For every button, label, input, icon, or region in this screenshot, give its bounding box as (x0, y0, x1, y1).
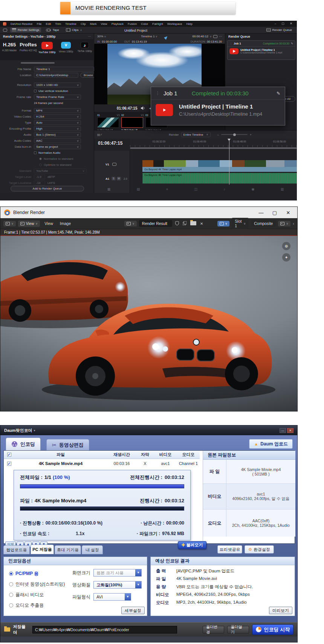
radio-audio-extract[interactable]: 오디오 추출용 (9, 602, 44, 609)
clean-feed-icon[interactable] (3, 29, 7, 32)
timeline-scrollbar[interactable] (130, 147, 297, 149)
resolution-select[interactable]: 1920 x 1080 HD∨ (34, 83, 81, 87)
menu-view[interactable]: View (42, 221, 55, 226)
menu-color[interactable]: Color (141, 22, 148, 26)
timecode-dropdown-icon[interactable]: ∨ (210, 35, 212, 38)
title-menu-arrow-icon[interactable]: ▾ (34, 429, 35, 432)
start-encoding-button[interactable]: 인코딩 시작 (252, 624, 293, 635)
preset-youtube[interactable]: YouTube 1080p (38, 42, 56, 54)
preset-h265[interactable]: H.265 H.265 Master (0, 42, 18, 52)
menu-trim[interactable]: Trim (55, 22, 61, 26)
tool-icon-meter[interactable]: ▥ (281, 187, 284, 191)
pan-hand-icon[interactable]: ✦ (282, 253, 290, 262)
tool-icon-fader[interactable]: ◫ (194, 187, 197, 191)
image-datablock-button[interactable]: ∨ (124, 221, 137, 226)
tab-encoding[interactable]: 인코딩 (6, 437, 41, 450)
render-queue-toggle-button[interactable]: Render Queue (264, 28, 294, 32)
select-all-checkbox[interactable]: ✓ (7, 453, 11, 457)
load-file-button[interactable]: ✚ 불러오기 (178, 541, 206, 549)
preset-scrollbar[interactable] (21, 62, 55, 64)
tool-icon-mixer[interactable]: ≡ (166, 187, 168, 191)
target-loudness-input[interactable]: -14 (34, 181, 45, 185)
open-folder-button[interactable]: 폴더열기 (227, 626, 249, 633)
slot-select[interactable]: Slot 1∨ (232, 218, 249, 229)
tool-icon-film[interactable]: ▤ (137, 187, 140, 191)
close-button[interactable]: ✕ (283, 210, 293, 216)
audio-clip-waveform[interactable]: Go Beyond 4K Time Lapse.mp4 (142, 173, 297, 184)
track-v1-enable-icon[interactable] (112, 163, 116, 166)
change-folder-button[interactable]: 폴더변경 (203, 626, 224, 633)
mute-button[interactable]: M (117, 177, 121, 181)
video-clip-bar[interactable]: Go Beyond 4K Time Lapse.mp4 (142, 167, 297, 172)
daum-upload-button[interactable]: ▲ Daum 업로드 (249, 439, 293, 449)
zoom-out-icon[interactable]: – (217, 133, 219, 136)
tab-video-edit[interactable]: ✂ 동영상편집 (46, 439, 89, 450)
speaker-icon[interactable] (141, 106, 145, 110)
preset-share-button[interactable]: 프리셋공유 (217, 545, 242, 554)
location-input[interactable] (34, 73, 78, 78)
render-job-card[interactable]: ⋮ Job 1 Completed in 00:03:30 ✎ Untitled… (227, 40, 295, 60)
menu-fairlight[interactable]: Fairlight (152, 22, 163, 26)
collapse-arrow-icon[interactable]: ‹ (293, 221, 294, 226)
render-mode-select[interactable]: Entire Timeline∨ (181, 132, 211, 137)
open-image-folder-icon[interactable] (190, 221, 197, 226)
file-format-select[interactable]: AVI▼ (93, 593, 131, 601)
col-duration[interactable]: 재생시간 (107, 452, 136, 457)
col-subtitle[interactable]: 자막 (136, 452, 154, 457)
frame-rate-select[interactable]: Timeline Frame Rate∨ (34, 95, 81, 99)
audio-codec-select[interactable]: AAC∨ (34, 138, 81, 143)
tab-mobile-device[interactable]: 휴대 기기용 (55, 545, 81, 554)
clip-item-02-selected[interactable]: 02V1 H.264 High L5... (121, 114, 144, 132)
format-select[interactable]: MP4∨ (34, 108, 81, 113)
radio-pc-pmp[interactable]: PC/PMP 용 (9, 571, 38, 577)
preview-button[interactable]: 미리보기 (269, 607, 292, 614)
environment-settings-button[interactable]: ⚙ 환경설정 (245, 545, 274, 554)
viewer-timeline-select[interactable]: Timeline 1 ∨ (141, 35, 157, 38)
radio-flash-video[interactable]: 플래시 비디오 (9, 592, 44, 598)
image-name-field[interactable]: Render Result (139, 220, 172, 227)
tool-icon-scope[interactable]: ◉ (251, 187, 254, 191)
zoom-in-icon[interactable]: + (250, 133, 252, 136)
vertical-resolution-checkbox[interactable] (34, 90, 37, 92)
save-folder-path[interactable]: C:₩Users₩s4pro₩Documents₩Daum₩PotEncoder (32, 626, 177, 633)
col-file[interactable]: 파일 (14, 452, 107, 457)
view-mode-button[interactable]: View∨ (18, 220, 40, 227)
preset-tiktok[interactable]: TikTok 1080p (76, 42, 94, 52)
row-checkbox[interactable]: ✓ (7, 462, 11, 466)
add-to-render-queue-button[interactable]: Add to Render Queue (11, 186, 84, 191)
fake-user-shield-icon[interactable] (174, 221, 180, 226)
tab-web-upload[interactable]: 웹업로드용 (3, 545, 30, 554)
menu-mark[interactable]: Mark (90, 22, 97, 26)
minimize-button[interactable]: — (256, 210, 266, 216)
viewer-zoom-select[interactable]: 30% ∨ (97, 35, 106, 38)
zoom-magnifier-icon[interactable]: ⊕ (282, 242, 290, 250)
clips-button[interactable]: Clips∨ (64, 28, 84, 32)
render-settings-button[interactable]: Render Settings (10, 28, 41, 32)
close-button[interactable]: ✕ (287, 428, 293, 433)
davinci-window-controls[interactable]: – ▢ ✕ (275, 22, 295, 25)
minimize-button[interactable]: — (280, 428, 286, 433)
timeline-playhead[interactable] (229, 139, 229, 185)
preset-prores[interactable]: ProRes ProRes 422 HQ (19, 42, 37, 52)
preset-vimeo[interactable]: Vimeo 1080p (57, 42, 75, 53)
clip-item-01[interactable]: 01V1 H.264 High L5... (97, 114, 120, 132)
encoding-profile-select[interactable]: High∨ (34, 126, 81, 131)
video-clip-filmstrip[interactable] (142, 160, 297, 167)
menu-fusion[interactable]: Fusion (128, 22, 137, 26)
display-channels-button[interactable]: ∨ (278, 221, 290, 226)
unlink-x-icon[interactable]: ✕ (199, 222, 204, 226)
render-slot-image-button[interactable]: ∨ (217, 221, 229, 226)
timeline-zoom-slider[interactable] (221, 134, 248, 135)
optimize-standard-radio[interactable] (39, 164, 42, 166)
normalize-standard-radio[interactable] (39, 158, 42, 160)
solo-button[interactable]: S (112, 177, 116, 181)
col-video[interactable]: 비디오 (154, 452, 177, 457)
viewer-flag-icon[interactable] (213, 35, 217, 38)
menu-timeline[interactable]: Timeline (65, 22, 76, 26)
menu-playback[interactable]: Playback (112, 22, 124, 26)
tab-pc-save[interactable]: PC 저장용 (31, 545, 54, 554)
menu-clip[interactable]: Clip (81, 22, 86, 26)
panel-options-icon[interactable]: ⋯ (88, 35, 91, 38)
normalize-audio-checkbox[interactable] (34, 151, 37, 154)
video-quality-select[interactable]: 고화질(100%)▼ (93, 581, 142, 589)
